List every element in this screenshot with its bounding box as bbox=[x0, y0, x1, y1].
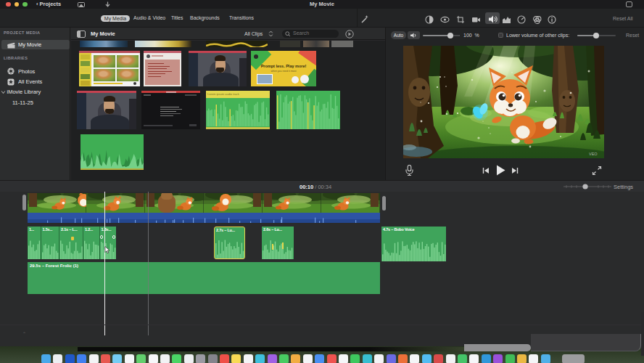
svg-text:VEO: VEO bbox=[589, 152, 598, 156]
